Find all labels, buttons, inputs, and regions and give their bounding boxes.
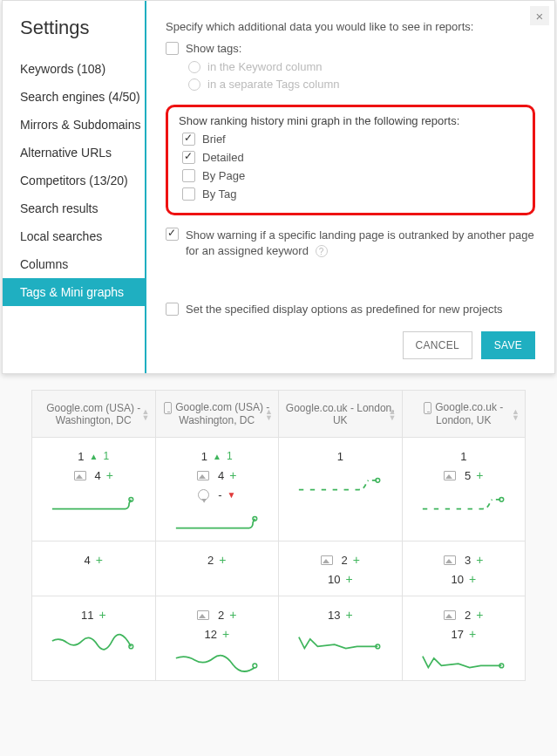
mini-graph-label: Brief: [202, 133, 226, 146]
table-cell: 3+10+: [402, 541, 526, 596]
settings-title: Settings: [3, 17, 145, 55]
column-header[interactable]: Google.com (USA) - Washington, DC▲▼: [32, 391, 156, 438]
table-row: 11+2+12+13+2+17+: [32, 596, 526, 681]
help-icon[interactable]: ?: [316, 245, 328, 257]
table-cell: 11+: [32, 596, 156, 681]
sidebar-item[interactable]: Competitors (13/20): [3, 167, 145, 194]
table-cell: 2+12+: [155, 596, 279, 681]
sort-icon[interactable]: ▲▼: [512, 408, 520, 420]
value-line: 17+: [410, 626, 519, 642]
rank-value: 1: [337, 450, 343, 463]
mobile-icon: [164, 402, 172, 414]
mini-graph-checkbox[interactable]: [182, 133, 195, 146]
sidebar-item[interactable]: Mirrors & Subdomains: [3, 111, 145, 139]
image-icon: [197, 610, 209, 620]
value-line: 5+: [410, 467, 519, 483]
rank-value: 1: [201, 450, 207, 463]
mini-graph-checkbox[interactable]: [182, 151, 195, 164]
sparkline: [163, 509, 272, 534]
save-button[interactable]: SAVE: [481, 331, 535, 359]
plus-icon: +: [229, 468, 236, 482]
value-line: 4+: [39, 467, 148, 483]
plus-icon: +: [345, 608, 352, 622]
table-cell: 2+17+: [402, 596, 526, 681]
table-row: 4+2+2+10+3+10+: [32, 541, 526, 596]
radio-icon[interactable]: [188, 78, 200, 91]
sparkline: [163, 649, 272, 673]
image-icon: [444, 610, 456, 620]
sparkline: [286, 471, 395, 495]
plus-icon: +: [98, 608, 105, 622]
warning-checkbox[interactable]: [166, 228, 179, 241]
value-line: 1: [410, 448, 519, 464]
rank-value: 5: [465, 469, 471, 482]
mini-graph-checkbox[interactable]: [182, 187, 195, 201]
value-line: 1▲1: [163, 448, 272, 464]
trend-down-icon: ▼: [227, 490, 235, 500]
tags-radio-option: in the Keyword column: [188, 60, 535, 73]
value-line: 2+: [286, 552, 395, 568]
table-cell: 2+10+: [279, 541, 403, 596]
report-table-wrap: Google.com (USA) - Washington, DC▲▼Googl…: [31, 390, 526, 681]
rank-value: 4: [85, 554, 91, 567]
column-header[interactable]: Google.co.uk - London, UK▲▼: [279, 391, 403, 438]
tags-radio-group: in the Keyword columnin a separate Tags …: [188, 60, 535, 91]
svg-point-4: [129, 644, 133, 649]
mini-graph-checkbox[interactable]: [182, 169, 195, 182]
predefined-checkbox[interactable]: [166, 303, 179, 316]
sidebar-item[interactable]: Local searches: [3, 222, 145, 250]
mini-graph-option: By Page: [182, 169, 522, 182]
rank-value: -: [218, 488, 221, 501]
plus-icon: +: [476, 608, 483, 622]
sidebar-item[interactable]: Search results: [3, 194, 145, 222]
plus-icon: +: [353, 553, 360, 567]
radio-label: in a separate Tags column: [207, 78, 340, 91]
sidebar-item[interactable]: Search engines (4/50): [3, 83, 145, 111]
plus-icon: +: [222, 627, 229, 641]
column-header-label: Google.com (USA) - Washington, DC: [175, 401, 269, 426]
column-header-label: Google.co.uk - London, UK: [435, 401, 503, 426]
tags-radio-option: in a separate Tags column: [188, 78, 535, 91]
radio-label: in the Keyword column: [207, 60, 323, 73]
show-tags-checkbox[interactable]: [166, 42, 179, 55]
value-line: 1▲1: [39, 448, 148, 464]
plus-icon: +: [345, 572, 352, 586]
rank-value: 2: [342, 554, 348, 567]
close-icon[interactable]: ×: [530, 6, 549, 25]
image-icon: [444, 471, 456, 480]
sort-icon[interactable]: ▲▼: [142, 408, 150, 420]
table-cell: 2+: [155, 541, 279, 596]
sidebar-item[interactable]: Tags & Mini graphs: [3, 278, 145, 306]
value-line: 4+: [39, 552, 148, 568]
panel-intro: Specify which additional data you would …: [166, 20, 535, 33]
plus-icon: +: [229, 608, 236, 622]
show-tags-row: Show tags:: [166, 42, 535, 55]
cancel-button[interactable]: CANCEL: [403, 331, 472, 359]
plus-icon: +: [469, 627, 476, 641]
sparkline: [410, 490, 519, 514]
sort-icon[interactable]: ▲▼: [265, 408, 273, 420]
trend-up-icon: ▲: [90, 452, 98, 461]
image-icon: [197, 471, 209, 480]
value-line: 2+: [163, 552, 272, 568]
svg-point-6: [376, 644, 380, 649]
column-header[interactable]: Google.co.uk - London, UK▲▼: [402, 391, 526, 438]
column-header[interactable]: Google.com (USA) - Washington, DC▲▼: [155, 391, 279, 438]
value-line: 1: [286, 448, 395, 464]
show-tags-label: Show tags:: [186, 42, 241, 55]
mini-graph-option: By Tag: [182, 187, 522, 201]
sidebar-item[interactable]: Columns: [3, 250, 145, 278]
rank-value: 2: [465, 609, 471, 622]
plus-icon: +: [106, 468, 113, 482]
rank-value: 4: [218, 469, 224, 482]
sort-icon[interactable]: ▲▼: [389, 408, 397, 420]
column-header-label: Google.com (USA) - Washington, DC: [46, 402, 140, 426]
sidebar-item[interactable]: Keywords (108): [3, 55, 145, 83]
sidebar-item[interactable]: Alternative URLs: [3, 139, 145, 167]
table-row: 1▲14+1▲14+-▼115+: [32, 438, 526, 541]
rank-value: 17: [451, 628, 463, 641]
svg-point-2: [376, 479, 380, 483]
trend-value: 1: [103, 450, 109, 462]
settings-sidebar: Settings Keywords (108)Search engines (4…: [3, 1, 146, 373]
radio-icon[interactable]: [188, 61, 200, 73]
